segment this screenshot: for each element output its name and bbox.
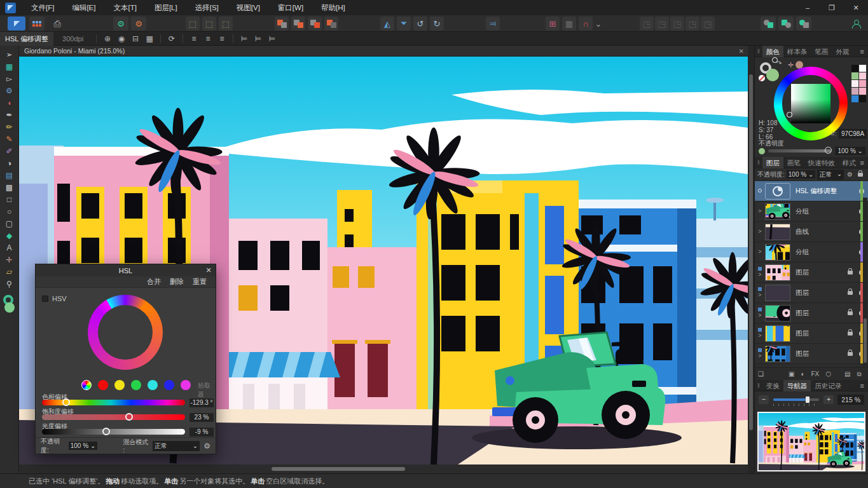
marquee-icon-3[interactable]: ⬚ bbox=[219, 17, 233, 30]
zoom-slider[interactable] bbox=[773, 398, 819, 401]
panel-menu-icon[interactable]: ≡ bbox=[860, 159, 864, 166]
dialog-gear-icon[interactable]: ⚙ bbox=[203, 442, 210, 451]
pencil-tool[interactable]: ✏ bbox=[2, 121, 17, 133]
move-tool[interactable]: ➢ bbox=[2, 48, 17, 60]
tab-swatches[interactable]: 样本条 bbox=[783, 46, 811, 57]
hex-input[interactable]: 97C98A bbox=[839, 129, 867, 139]
document-tab[interactable]: Giordano Poloni - Miami (215.0%) bbox=[24, 47, 125, 55]
rounded-rectangle-tool[interactable]: ▢ bbox=[2, 217, 17, 229]
luminosity-shift-slider[interactable] bbox=[42, 429, 185, 435]
duplicate-layer-icon[interactable]: ❏ bbox=[758, 370, 764, 377]
green-channel-swatch[interactable] bbox=[131, 380, 141, 390]
align-top-icon[interactable]: ⊨ bbox=[238, 34, 251, 43]
menu-file[interactable]: 文件[F] bbox=[22, 0, 63, 15]
fx-icon[interactable]: FX bbox=[811, 370, 819, 377]
boolean-subtract-icon[interactable] bbox=[291, 17, 305, 30]
layer-row-curve[interactable]: > 曲线 bbox=[755, 222, 868, 242]
tab-brushes[interactable]: 画笔 bbox=[783, 157, 804, 168]
layer-row-blue-building[interactable]: > 图层 bbox=[755, 344, 868, 364]
panel-menu-icon[interactable]: ≡ bbox=[860, 48, 864, 55]
insert-inside-icon[interactable] bbox=[796, 17, 811, 30]
saturation-shift-value[interactable]: 23 % bbox=[189, 413, 214, 422]
layer-row-pole[interactable]: > 图层 bbox=[755, 323, 868, 344]
pattern-icon[interactable]: ⬡ bbox=[825, 370, 831, 377]
hsv-checkbox[interactable] bbox=[42, 295, 48, 302]
layer-row-shadow[interactable]: > 图层 bbox=[755, 283, 868, 303]
dialog-opacity-dropdown[interactable]: 100 % ⌄ bbox=[69, 442, 98, 450]
opacity-slider[interactable] bbox=[768, 149, 831, 152]
panel-menu-icon[interactable]: ≡ bbox=[860, 382, 864, 390]
tab-history[interactable]: 历史记录 bbox=[811, 380, 845, 391]
pixel-grid-icon[interactable]: ▦ bbox=[143, 34, 156, 43]
tab-styles[interactable]: 样式 bbox=[839, 157, 860, 168]
boolean-divide-icon[interactable] bbox=[324, 17, 338, 30]
minimize-button[interactable]: – bbox=[796, 0, 820, 15]
show-selection-icon[interactable]: ◉ bbox=[115, 34, 128, 43]
marquee-icon-1[interactable]: ⬚ bbox=[186, 17, 200, 30]
hsl-hue-ring[interactable] bbox=[88, 295, 163, 370]
magenta-channel-swatch[interactable] bbox=[181, 380, 191, 390]
image-place-tool[interactable]: ▤ bbox=[2, 169, 17, 181]
layer-row-hsl-adjustment[interactable]: HSL 偏移调整 bbox=[755, 181, 868, 201]
layers-settings-gear-icon[interactable]: ⚙ bbox=[847, 171, 853, 178]
hsl-dialog-close-icon[interactable]: ✕ bbox=[202, 266, 216, 274]
rotate-ccw-icon[interactable]: ↺ bbox=[413, 17, 427, 30]
boolean-intersect-icon[interactable] bbox=[308, 17, 322, 30]
saturation-lightness-box[interactable] bbox=[791, 84, 830, 123]
hue-marker[interactable] bbox=[787, 112, 792, 118]
tab-transform[interactable]: 变换 bbox=[762, 380, 783, 391]
menu-text[interactable]: 文本[T] bbox=[104, 0, 145, 15]
new-layer-icon[interactable]: ▤ bbox=[844, 370, 850, 377]
text-tool[interactable]: A bbox=[2, 241, 17, 254]
expand-chevron-icon[interactable]: > bbox=[755, 229, 765, 234]
recent-swatches[interactable] bbox=[851, 65, 867, 102]
ellipse-tool[interactable]: ○ bbox=[2, 205, 17, 217]
layer-lock-icon[interactable] bbox=[848, 311, 853, 315]
expand-chevron-icon[interactable]: > bbox=[755, 249, 765, 255]
canvas-vertical-scrollbar[interactable] bbox=[748, 57, 754, 464]
channel-swatches[interactable] bbox=[81, 380, 197, 390]
layer-lock-icon[interactable] bbox=[848, 291, 853, 295]
close-button[interactable]: ✕ bbox=[844, 0, 868, 15]
fill-stroke-selector[interactable]: ↷ bbox=[760, 62, 782, 84]
mask-layer-icon[interactable]: ▣ bbox=[789, 370, 794, 377]
flip-vertical-icon[interactable]: ⏷ bbox=[397, 17, 411, 30]
designer-persona-button[interactable] bbox=[8, 17, 25, 30]
red-channel-swatch[interactable] bbox=[98, 380, 108, 390]
pen-tool[interactable]: ✒ bbox=[2, 109, 17, 121]
canvas-horizontal-scrollbar[interactable] bbox=[19, 464, 748, 473]
insert-behind-icon[interactable] bbox=[761, 17, 776, 30]
layers-blend-dropdown[interactable]: 正常⌄ bbox=[817, 170, 844, 180]
snap-bounds-icon[interactable]: ⊞ bbox=[546, 17, 560, 30]
layer-lock-icon[interactable] bbox=[848, 271, 853, 274]
rotate-cw-icon[interactable]: ↻ bbox=[430, 17, 444, 30]
zoom-out-button[interactable]: − bbox=[759, 395, 769, 404]
blend-mode-dropdown[interactable]: 正常⌄ bbox=[153, 441, 200, 451]
fill-tool[interactable]: ◑ bbox=[2, 157, 17, 169]
vector-brush-tool[interactable]: ✐ bbox=[2, 145, 17, 157]
menu-select[interactable]: 选择[S] bbox=[186, 0, 228, 15]
contour-tool[interactable]: ◖ bbox=[2, 97, 17, 109]
delete-button[interactable]: 删除 bbox=[170, 277, 184, 287]
panel-grip-icon[interactable]: ‖ bbox=[757, 383, 760, 389]
panel-grip-icon[interactable]: ‖ bbox=[757, 159, 760, 166]
align-left-icon[interactable]: ≡ bbox=[188, 34, 200, 43]
saturation-shift-slider[interactable] bbox=[42, 414, 185, 420]
layer-lock-icon[interactable] bbox=[848, 352, 853, 356]
sl-marker[interactable] bbox=[772, 57, 778, 63]
snap-grid-icon[interactable]: ▦ bbox=[562, 17, 576, 30]
cycle-selection-box-icon[interactable]: ⊕ bbox=[101, 34, 114, 43]
align-middle-icon[interactable]: ⊨ bbox=[252, 34, 265, 43]
align-right-icon[interactable]: ≡ bbox=[216, 34, 228, 43]
rectangle-tool[interactable]: □ bbox=[2, 193, 17, 205]
menu-layer[interactable]: 图层[L] bbox=[146, 0, 186, 15]
paint-brush-tool[interactable]: ✎ bbox=[2, 133, 17, 145]
picker-button[interactable]: 拾取器 bbox=[198, 381, 216, 399]
measure-tool[interactable]: ▱ bbox=[2, 266, 17, 278]
transform-objects-icon[interactable]: ⊟ bbox=[129, 34, 142, 43]
tab-color[interactable]: 颜色 bbox=[762, 46, 783, 57]
shape-tool[interactable]: ◆ bbox=[2, 229, 17, 241]
magnet-snapping-icon[interactable]: ∩ bbox=[579, 17, 593, 30]
expand-chevron-icon[interactable]: > bbox=[755, 208, 765, 214]
align-center-icon[interactable]: ≡ bbox=[202, 34, 214, 43]
